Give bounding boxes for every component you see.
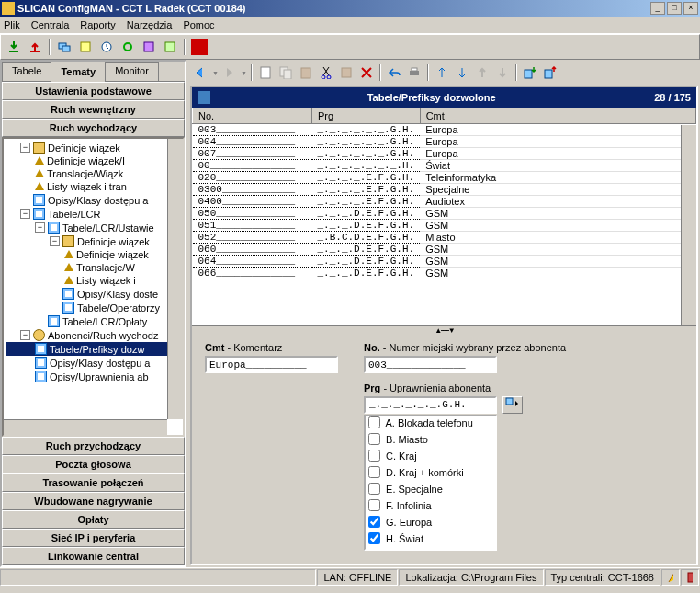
tbtn-unlink[interactable] (140, 38, 158, 56)
close-button[interactable]: × (683, 2, 698, 15)
tree-item-selected[interactable]: Tabele/Prefiksy dozw (6, 342, 181, 356)
menu-centrala[interactable]: Centrala (31, 19, 70, 30)
nav-linkowanie[interactable]: Linkowanie central (2, 547, 185, 565)
table-row[interactable]: 0300_____________._._._.E.F.G.H.Specjaln… (193, 184, 696, 196)
table-row[interactable]: 004______________._._._._._.G.H.Europa (193, 136, 696, 148)
table-row[interactable]: 050______________._._.D.E.F.G.H.GSM (193, 208, 696, 220)
table-row[interactable]: 0400_____________._._._.E.F.G.H.Audiotex (193, 196, 696, 208)
tree-item[interactable]: Listy wiązek i (6, 274, 181, 287)
import-icon[interactable] (521, 63, 539, 82)
tree-item[interactable]: Definicje wiązek/I (6, 154, 181, 167)
back-button[interactable] (192, 63, 210, 82)
tree-item[interactable]: Definicje wiązek (6, 248, 181, 261)
table-row[interactable]: 066______________._._.D.E.F.G.H.GSM (193, 268, 696, 279)
print-icon[interactable] (405, 63, 423, 82)
opt-g[interactable]: G. Europa (366, 516, 495, 530)
table-row[interactable]: 003______________._._._._._.G.H.Europa (193, 124, 696, 136)
paste-icon[interactable] (297, 63, 315, 82)
sort-down-icon[interactable] (453, 63, 471, 82)
table-row[interactable]: 00_______________._._._._._._.H.Świat (193, 160, 696, 172)
nav-nagrywanie[interactable]: Wbudowane nagrywanie (2, 492, 185, 510)
undo-icon[interactable] (385, 63, 403, 82)
tree-item[interactable]: −Tabele/LCR (6, 207, 181, 221)
tab-monitor[interactable]: Monitor (105, 62, 159, 81)
tree-item[interactable]: Opisy/Uprawnienia ab (6, 370, 181, 383)
opt-c[interactable]: C. Kraj (366, 450, 495, 463)
nav-siec[interactable]: Sieć IP i peryferia (2, 529, 185, 547)
cmt-input[interactable] (205, 356, 338, 373)
table-row[interactable]: 051______________._._.D.E.F.G.H.GSM (193, 220, 696, 232)
delete-icon[interactable] (357, 63, 376, 82)
table-row[interactable]: 052______________.B.C.D.E.F.G.H.Miasto (193, 232, 696, 244)
status-icon-1[interactable] (661, 569, 680, 586)
prg-dropdown-button[interactable] (502, 396, 523, 414)
opt-f[interactable]: F. Infolinia (366, 499, 495, 513)
tree-item[interactable]: Translacje/W (6, 261, 181, 274)
tree-item[interactable]: Listy wiązek i tran (6, 180, 181, 193)
tbtn-refresh[interactable] (119, 38, 137, 56)
menu-narzedzia[interactable]: Narzędzia (127, 19, 173, 30)
opt-a[interactable]: A. Blokada telefonu (366, 416, 495, 430)
export-icon[interactable] (541, 63, 559, 82)
splitter[interactable]: ▲ · · · · · · · · · · · · · · · · · · · … (192, 326, 696, 335)
tree-item[interactable]: −Tabele/LCR/Ustawie (6, 221, 181, 234)
tree-hscroll[interactable] (4, 419, 167, 435)
sort-up-icon[interactable] (433, 63, 451, 82)
grid-vscroll[interactable] (681, 125, 696, 325)
nav-ruch-wych[interactable]: Ruch wychodzący (2, 119, 185, 137)
tbtn-time[interactable] (97, 38, 116, 56)
opt-h[interactable]: H. Świat (366, 532, 495, 546)
nav-ruch-przych[interactable]: Ruch przychodzący (2, 437, 185, 455)
table-row[interactable]: 064______________._._.D.E.F.G.H.GSM (193, 256, 696, 268)
copy-icon[interactable] (277, 63, 295, 82)
menu-pomoc[interactable]: Pomoc (183, 19, 214, 30)
nav-oplaty[interactable]: Opłaty (2, 510, 185, 529)
tree-item[interactable]: −Definicje wiązek (6, 141, 181, 154)
move-up-icon[interactable] (473, 63, 491, 82)
tab-tematy[interactable]: Tematy (51, 63, 106, 82)
tree[interactable]: −Definicje wiązek Definicje wiązek/I Tra… (2, 137, 185, 437)
minimize-button[interactable]: _ (650, 2, 665, 15)
nav-ruch-wew[interactable]: Ruch wewnętrzny (2, 100, 185, 119)
tbtn-cards[interactable] (55, 38, 73, 56)
nav-ustawienia[interactable]: Ustawienia podstawowe (2, 82, 185, 100)
table-row[interactable]: 060______________._._.D.E.F.G.H.GSM (193, 244, 696, 256)
tree-item[interactable]: Tabele/Operatorzy (6, 301, 181, 314)
col-prg[interactable]: Prg (312, 108, 421, 124)
tbtn-upload[interactable] (26, 38, 44, 56)
tree-item[interactable]: −Abonenci/Ruch wychodz (6, 328, 181, 342)
opt-d[interactable]: D. Kraj + komórki (366, 466, 495, 480)
tree-item[interactable]: Opisy/Klasy dostępu a (6, 193, 181, 207)
tbtn-download[interactable] (5, 38, 23, 56)
status-icon-2[interactable] (681, 569, 699, 586)
data-grid[interactable]: No. Prg Cmt 003______________._._._._._.… (192, 108, 696, 326)
tree-item[interactable]: −Definicje wiązek (6, 234, 181, 248)
opt-b[interactable]: B. Miasto (366, 433, 495, 447)
tbtn-copy2[interactable] (337, 63, 356, 82)
nav-trasowanie[interactable]: Trasowanie połączeń (2, 473, 185, 492)
tree-item[interactable]: Opisy/Klasy dostępu a (6, 356, 181, 370)
menu-plik[interactable]: Plik (4, 19, 20, 30)
tab-tabele[interactable]: Tabele (2, 62, 51, 81)
cut-icon[interactable] (317, 63, 335, 82)
forward-button[interactable] (220, 63, 239, 82)
menu-raporty[interactable]: Raporty (80, 19, 116, 30)
no-input[interactable] (364, 356, 497, 373)
tree-vscroll[interactable] (167, 139, 183, 419)
opt-e[interactable]: E. Specjalne (366, 483, 495, 496)
left-tabs: Tabele Tematy Monitor (2, 62, 185, 82)
tree-item[interactable]: Opisy/Klasy doste (6, 287, 181, 301)
tbtn-stop[interactable] (190, 38, 209, 56)
col-no[interactable]: No. (193, 108, 312, 124)
tbtn-link[interactable] (161, 38, 179, 56)
col-cmt[interactable]: Cmt (420, 108, 695, 124)
nav-poczta[interactable]: Poczta głosowa (2, 455, 185, 473)
tree-item[interactable]: Tabele/LCR/Opłaty (6, 314, 181, 328)
table-row[interactable]: 007______________._._._._._.G.H.Europa (193, 148, 696, 160)
tbtn-note[interactable] (76, 38, 95, 56)
move-down-icon[interactable] (493, 63, 512, 82)
tree-item[interactable]: Translacje/Wiązk (6, 167, 181, 180)
table-row[interactable]: 020______________._._._.E.F.G.H.Teleinfo… (193, 172, 696, 184)
new-icon[interactable] (256, 63, 275, 82)
maximize-button[interactable]: □ (667, 2, 682, 15)
